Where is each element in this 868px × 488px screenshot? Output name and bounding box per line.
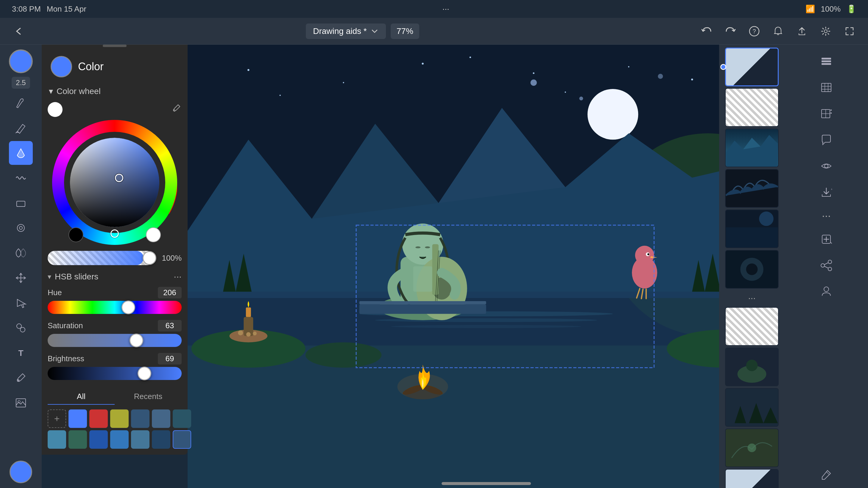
swatch-sky-blue[interactable]	[48, 430, 66, 449]
layer-thumb-2[interactable]	[725, 88, 779, 127]
brightness-slider-thumb[interactable]	[137, 367, 151, 380]
selection-tool-button[interactable]	[9, 291, 33, 315]
move-tool-button[interactable]	[9, 266, 33, 290]
layer-thumb-6[interactable]	[725, 250, 779, 289]
layer-thumb-9[interactable]	[725, 388, 779, 427]
hsb-title-row: ▾ HSB sliders	[48, 272, 98, 282]
brightness-slider-row: Brightness 69	[48, 353, 182, 380]
svg-rect-43	[188, 346, 785, 488]
svg-marker-92	[749, 403, 763, 423]
swatch-medium-blue[interactable]	[152, 410, 170, 428]
layer-thumb-10[interactable]	[725, 428, 779, 467]
adjustments-button[interactable]	[814, 75, 838, 99]
all-tab[interactable]: All	[48, 389, 115, 405]
add-layer-button[interactable]	[814, 227, 838, 251]
eyedropper-button[interactable]	[171, 103, 182, 116]
tool-size-display[interactable]: 2.5	[11, 77, 30, 89]
person-button[interactable]	[814, 280, 838, 303]
swatch-blue[interactable]	[68, 410, 87, 428]
hue-slider-track[interactable]	[48, 301, 182, 314]
color-wheel[interactable]	[52, 120, 177, 245]
svg-rect-11	[16, 399, 26, 407]
saturation-value[interactable]: 63	[158, 320, 182, 331]
svg-point-114	[828, 267, 832, 271]
hsb-more-button[interactable]: ···	[174, 271, 182, 282]
recents-tab[interactable]: Recents	[115, 389, 182, 405]
color-wheel-chevron: ▾	[49, 86, 53, 96]
swatch-navy[interactable]	[152, 430, 170, 449]
drawing-aids-button[interactable]: Drawing aids *	[306, 24, 386, 39]
zoom-display[interactable]: 77%	[391, 24, 419, 39]
canvas-scrollbar[interactable]	[442, 482, 531, 485]
swatch-cornflower-blue[interactable]	[110, 430, 129, 449]
opacity-slider-thumb[interactable]	[143, 251, 156, 265]
notifications-button[interactable]	[769, 22, 787, 41]
text-tool-button[interactable]: T	[9, 341, 33, 365]
layer-thumb-11[interactable]	[725, 469, 779, 488]
canvas-area[interactable]	[188, 45, 785, 488]
eraser-tool-button[interactable]	[9, 191, 33, 215]
white-color-swatch[interactable]	[48, 102, 63, 117]
eyedropper-tool-button[interactable]	[9, 366, 33, 390]
layer-thumb-8[interactable]	[725, 348, 779, 386]
layer-thumb-4[interactable]	[725, 169, 779, 208]
layer-thumb-1[interactable]	[725, 47, 779, 86]
swatch-green[interactable]	[68, 430, 87, 449]
right-more-button[interactable]: ···	[819, 206, 834, 225]
back-button[interactable]	[9, 22, 28, 41]
brightness-slider-track[interactable]	[48, 367, 182, 380]
swatch-dark-blue[interactable]	[131, 410, 150, 428]
opacity-slider-track[interactable]	[48, 251, 154, 265]
swatch-steel-blue[interactable]	[131, 430, 150, 449]
add-swatch-button[interactable]: +	[48, 410, 66, 428]
import-button[interactable]	[814, 180, 838, 204]
brightness-value[interactable]: 69	[158, 353, 182, 364]
svg-point-25	[691, 78, 693, 80]
time-display: 3:08 PM	[12, 4, 41, 14]
hsb-header: ▾ HSB sliders ···	[48, 271, 182, 282]
reference-tool-button[interactable]	[9, 391, 33, 415]
swatch-royal-blue[interactable]	[89, 430, 108, 449]
hue-label: Hue	[48, 288, 62, 297]
saturation-slider-track[interactable]	[48, 334, 182, 347]
liquify-tool-button[interactable]	[9, 241, 33, 265]
swatch-yellow[interactable]	[110, 410, 129, 428]
clone-tool-button[interactable]	[9, 316, 33, 340]
hue-slider-thumb[interactable]	[122, 300, 135, 314]
color-picker-circle[interactable]	[9, 50, 33, 73]
smudge-tool-button[interactable]	[9, 216, 33, 240]
current-color-circle[interactable]	[51, 56, 72, 77]
help-button[interactable]: ?	[745, 22, 764, 41]
expand-button[interactable]	[840, 22, 859, 41]
brightness-label: Brightness	[48, 354, 84, 363]
undo-button[interactable]	[697, 22, 716, 41]
layer-thumb-3[interactable]	[725, 129, 779, 167]
color-wheel-section-header[interactable]: ▾ Color wheel	[42, 83, 188, 99]
comments-button[interactable]	[814, 128, 838, 152]
pencil-tool-button[interactable]	[9, 116, 33, 140]
bottom-color-circle[interactable]	[9, 461, 32, 483]
svg-point-30	[588, 89, 638, 139]
visibility-button[interactable]	[814, 154, 838, 178]
layer-thumb-7[interactable]	[725, 307, 779, 346]
more-layers-button[interactable]: ···	[746, 290, 758, 305]
share-button[interactable]	[793, 22, 811, 41]
panel-drag-handle[interactable]	[103, 45, 127, 47]
redo-button[interactable]	[721, 22, 740, 41]
swatch-teal[interactable]	[173, 410, 191, 428]
top-toolbar: Drawing aids * 77% ?	[0, 18, 868, 45]
saturation-slider-thumb[interactable]	[129, 333, 143, 347]
pen-button[interactable]	[820, 468, 833, 483]
wave-tool-button[interactable]	[9, 166, 33, 190]
brush-tool-button[interactable]	[9, 91, 33, 115]
layer-thumb-5[interactable]	[725, 209, 779, 248]
swatch-red[interactable]	[89, 410, 108, 428]
swatch-selected[interactable]	[173, 430, 191, 449]
fill-tool-button[interactable]	[9, 141, 33, 165]
layers-button[interactable]	[814, 50, 838, 73]
settings-button[interactable]	[816, 22, 835, 41]
swatch-row-1: +	[48, 410, 182, 428]
grid-button[interactable]	[814, 102, 838, 126]
hue-value[interactable]: 206	[158, 287, 182, 298]
share-right-button[interactable]	[814, 254, 838, 277]
